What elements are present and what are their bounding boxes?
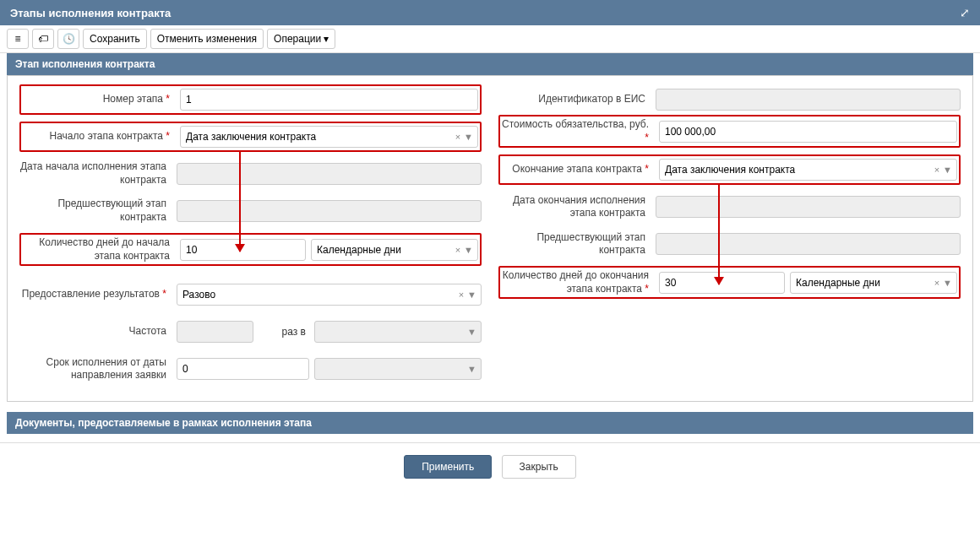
- row-prev-stage-left: Предшествующий этап контракта: [19, 196, 482, 226]
- row-eis: Идентификатор в ЕИС: [498, 84, 961, 115]
- row-end: Окончание этапа контракта * ×▼: [498, 154, 961, 185]
- cost-label: Стоимость обязательства, руб. *: [502, 118, 654, 144]
- stage-number-input[interactable]: [180, 89, 478, 111]
- section-documents: Документы, предоставляемые в рамках испо…: [7, 412, 973, 434]
- apply-button[interactable]: Применить: [404, 455, 492, 479]
- form-body: Номер этапа * Начало этапа контракта * ×…: [7, 75, 973, 402]
- close-button[interactable]: Закрыть: [502, 455, 576, 479]
- cost-input[interactable]: [659, 121, 957, 143]
- footer: Применить Закрыть: [0, 442, 980, 490]
- deadline-unit-select: [314, 358, 482, 380]
- caret-down-icon[interactable]: ▼: [943, 278, 952, 288]
- caret-down-icon[interactable]: ▼: [464, 132, 473, 142]
- prev-stage-input: [177, 200, 482, 222]
- start-label: Начало этапа контракта *: [23, 130, 175, 144]
- row-days-start: Количество дней до начала этапа контракт…: [19, 233, 482, 266]
- menu-icon[interactable]: ≡: [7, 29, 29, 49]
- deadline-label: Срок исполнения от даты направления заяв…: [19, 356, 172, 382]
- caret-down-icon[interactable]: ▼: [943, 165, 952, 175]
- prev-stage-label-r: Предшествующий этап контракта: [498, 231, 651, 257]
- caret-down-icon: ▾: [324, 33, 329, 45]
- caret-down-icon[interactable]: ▼: [464, 245, 473, 255]
- window-header: Этапы исполнения контракта ⤢: [0, 0, 980, 25]
- operations-dropdown[interactable]: Операции ▾: [267, 29, 335, 49]
- clear-icon[interactable]: ×: [934, 165, 939, 175]
- days-start-label: Количество дней до начала этапа контракт…: [23, 236, 175, 263]
- days-type-select[interactable]: [311, 239, 478, 261]
- row-results: Предоставление результатов * ×▼: [19, 279, 482, 310]
- frequency-input: [177, 321, 253, 343]
- expand-icon[interactable]: ⤢: [960, 6, 970, 19]
- row-start: Начало этапа контракта * ×▼: [19, 122, 482, 152]
- section-stage: Этап исполнения контракта: [7, 53, 973, 75]
- row-stage-number: Номер этапа *: [19, 84, 482, 115]
- results-label: Предоставление результатов *: [19, 288, 172, 301]
- start-date-input: [177, 163, 482, 185]
- start-date-label: Дата начала исполнения этапа контракта: [19, 160, 172, 187]
- end-label: Окончание этапа контракта *: [502, 163, 654, 176]
- row-cost: Стоимость обязательства, руб. *: [498, 115, 961, 148]
- cancel-button[interactable]: Отменить изменения: [150, 29, 264, 49]
- end-date-label: Дата окончания исполнения этапа контракт…: [498, 194, 651, 220]
- row-prev-stage-right: Предшествующий этап контракта: [498, 229, 961, 259]
- caret-down-icon: ▼: [467, 364, 476, 374]
- row-end-date: Дата окончания исполнения этапа контракт…: [498, 192, 961, 222]
- eis-input: [656, 89, 961, 111]
- caret-down-icon[interactable]: ▼: [467, 290, 476, 300]
- deadline-input[interactable]: [177, 358, 309, 380]
- save-button[interactable]: Сохранить: [83, 29, 147, 49]
- stage-number-label: Номер этапа *: [23, 93, 175, 106]
- start-select[interactable]: [180, 126, 478, 148]
- prev-stage-label: Предшествующий этап контракта: [19, 198, 172, 224]
- frequency-unit-select: [314, 321, 482, 343]
- clear-icon[interactable]: ×: [455, 132, 460, 142]
- clear-icon[interactable]: ×: [934, 278, 939, 288]
- prev-stage-input-r: [656, 233, 961, 255]
- eis-label: Идентификатор в ЕИС: [498, 93, 651, 106]
- end-date-input: [656, 196, 961, 218]
- clear-icon[interactable]: ×: [455, 245, 460, 255]
- arrow-indicator: [239, 150, 241, 252]
- row-frequency: Частота раз в ▼: [19, 317, 482, 347]
- row-days-end: Количество дней до окончания этапа контр…: [498, 266, 961, 299]
- frequency-label: Частота: [19, 325, 172, 338]
- tag-icon[interactable]: 🏷: [32, 29, 54, 49]
- caret-down-icon: ▼: [467, 327, 476, 337]
- end-select[interactable]: [659, 159, 957, 181]
- window-title: Этапы исполнения контракта: [10, 7, 171, 19]
- arrow-indicator: [718, 183, 720, 284]
- results-select[interactable]: [177, 284, 482, 306]
- freq-mid-label: раз в: [259, 326, 309, 338]
- history-icon[interactable]: 🕓: [57, 29, 79, 49]
- toolbar: ≡ 🏷 🕓 Сохранить Отменить изменения Опера…: [0, 25, 980, 53]
- row-deadline: Срок исполнения от даты направления заяв…: [19, 354, 482, 384]
- days-end-label: Количество дней до окончания этапа контр…: [502, 269, 654, 295]
- right-column: Идентификатор в ЕИС Стоимость обязательс…: [498, 84, 961, 384]
- left-column: Номер этапа * Начало этапа контракта * ×…: [19, 84, 482, 384]
- row-start-date: Дата начала исполнения этапа контракта: [19, 159, 482, 189]
- clear-icon[interactable]: ×: [459, 290, 464, 300]
- days-type-select-r[interactable]: [790, 272, 957, 294]
